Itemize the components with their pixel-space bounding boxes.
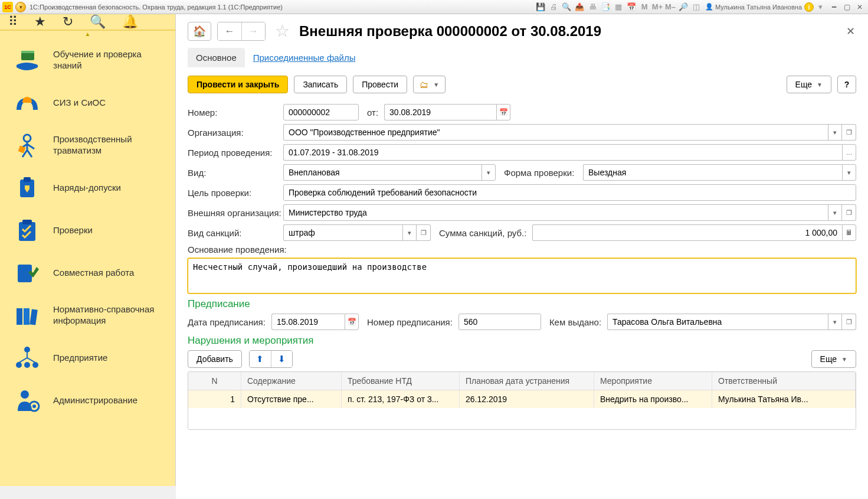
related-button[interactable]: 🗂▼ xyxy=(413,76,446,93)
sidebar-item-permits[interactable]: Наряды-допуски xyxy=(0,167,175,209)
write-button[interactable]: Записать xyxy=(294,76,347,93)
sidebar-item-reference[interactable]: Нормативно-справочная информация xyxy=(0,294,175,337)
sidebar-item-enterprise[interactable]: Предприятие xyxy=(0,337,175,379)
label-period: Период проведения: xyxy=(188,148,283,158)
apps-grid-icon[interactable]: ⠿ xyxy=(8,14,18,30)
sidebar-item-training[interactable]: Обучение и проверка знаний xyxy=(0,39,175,81)
quick-access-bar: ⠿ ★ ↻ 🔍 🔔 xyxy=(0,14,176,31)
label-order-no: Номер предписания: xyxy=(367,317,453,327)
org-icon xyxy=(12,345,42,371)
org-dropdown-icon[interactable]: ▾ xyxy=(828,124,842,141)
label-org: Организация: xyxy=(188,128,283,138)
calculator-icon[interactable] xyxy=(842,224,856,241)
sidebar-item-collab[interactable]: Совместная работа xyxy=(0,252,175,294)
kind-dropdown-icon[interactable]: ▾ xyxy=(482,164,496,181)
sanction-kind-input[interactable] xyxy=(283,224,402,241)
extorg-dropdown-icon[interactable]: ▾ xyxy=(828,204,842,221)
nav-forward-button[interactable]: → xyxy=(241,22,265,40)
org-input[interactable] xyxy=(283,124,828,141)
post-button[interactable]: Провести xyxy=(353,76,407,93)
memory-mplus-icon[interactable]: M+ xyxy=(651,2,663,12)
history-icon[interactable]: ↻ xyxy=(63,14,73,30)
attach-print-icon[interactable]: 🖶 xyxy=(587,2,598,12)
panels-icon[interactable]: ◫ xyxy=(690,2,702,12)
form-input[interactable] xyxy=(583,164,842,181)
number-input[interactable] xyxy=(283,104,359,120)
attach-up-icon[interactable]: 📤 xyxy=(574,2,585,12)
calendar-icon[interactable]: 📅 xyxy=(625,2,637,12)
row-move-down-button[interactable]: ⬇ xyxy=(271,351,292,367)
period-picker-icon[interactable] xyxy=(842,144,856,161)
tab-files[interactable]: Присоединенные файлы xyxy=(245,48,364,67)
table-row[interactable]: 1 Отсутствие пре... п. ст. 213, 197-ФЗ о… xyxy=(188,390,856,408)
col-req-header[interactable]: Требование НТД xyxy=(342,372,460,390)
checks-icon xyxy=(12,217,42,243)
svg-point-12 xyxy=(24,347,30,353)
favorite-toggle-icon[interactable]: ☆ xyxy=(275,21,290,41)
org-open-icon[interactable]: ❐ xyxy=(842,124,856,141)
print-icon[interactable]: 🖨 xyxy=(548,2,559,12)
col-content-header[interactable]: Содержание xyxy=(241,372,342,390)
col-date-header[interactable]: Плановая дата устранения xyxy=(460,372,594,390)
dropdown-icon[interactable]: ▾ xyxy=(814,2,826,12)
cell-req: п. ст. 213, 197-ФЗ от 3... xyxy=(342,390,460,408)
row-move-up-button[interactable]: ⬆ xyxy=(250,351,271,367)
more-menu-button[interactable]: Еще ▼ xyxy=(787,76,831,93)
issued-by-dropdown-icon[interactable]: ▾ xyxy=(828,314,842,330)
maximize-button[interactable]: ▢ xyxy=(841,2,853,12)
sidebar-item-admin[interactable]: Администрирование xyxy=(0,379,175,422)
zoom-icon[interactable]: 🔎 xyxy=(677,2,689,12)
form-dropdown-icon[interactable]: ▾ xyxy=(842,164,856,181)
sidebar-item-siz[interactable]: СИЗ и СиОС xyxy=(0,81,175,124)
table-more-button[interactable]: Еще ▼ xyxy=(811,350,856,368)
app-menu-button[interactable]: ▾ xyxy=(15,2,26,12)
memory-mminus-icon[interactable]: M– xyxy=(664,2,676,12)
extorg-input[interactable] xyxy=(283,204,828,221)
date-input[interactable] xyxy=(384,104,496,120)
training-icon xyxy=(12,47,42,73)
current-user[interactable]: 👤 Мулькина Татьяна Ивановна xyxy=(703,3,804,11)
sidebar-item-checks[interactable]: Проверки xyxy=(0,209,175,252)
more-label: Еще xyxy=(795,80,813,89)
current-user-name: Мулькина Татьяна Ивановна xyxy=(715,4,802,11)
calendar-picker-icon[interactable] xyxy=(496,104,510,120)
extorg-open-icon[interactable]: ❐ xyxy=(842,204,856,221)
compare-icon[interactable]: 📑 xyxy=(600,2,611,12)
order-no-input[interactable] xyxy=(458,314,541,330)
home-button[interactable]: 🏠 xyxy=(188,22,211,41)
grid-icon[interactable]: ▦ xyxy=(612,2,624,12)
order-date-picker-icon[interactable] xyxy=(345,314,359,330)
col-measure-header[interactable]: Мероприятие xyxy=(594,372,712,390)
kind-input[interactable] xyxy=(283,164,482,181)
post-and-close-button[interactable]: Провести и закрыть xyxy=(188,76,288,93)
save-icon[interactable]: 💾 xyxy=(535,2,546,12)
close-tab-button[interactable]: ✕ xyxy=(843,25,859,38)
goal-input[interactable] xyxy=(283,184,856,201)
sidebar-collapse-up[interactable]: ▲ xyxy=(0,31,175,39)
info-icon[interactable]: i xyxy=(804,2,814,12)
chevron-down-icon: ▼ xyxy=(841,356,847,363)
sanction-kind-dropdown-icon[interactable]: ▾ xyxy=(402,224,417,241)
basis-textarea[interactable] xyxy=(188,258,856,293)
period-input[interactable] xyxy=(283,144,842,161)
user-icon: 👤 xyxy=(705,3,713,11)
order-date-input[interactable] xyxy=(271,314,345,330)
sidebar-item-injury[interactable]: Производственный травматизм xyxy=(0,124,175,167)
help-button[interactable]: ? xyxy=(837,76,856,93)
col-resp-header[interactable]: Ответственный xyxy=(712,372,856,390)
sanction-kind-open-icon[interactable]: ❐ xyxy=(417,224,431,241)
minimize-button[interactable]: ━ xyxy=(828,2,840,12)
favorites-star-icon[interactable]: ★ xyxy=(34,14,46,30)
add-row-button[interactable]: Добавить xyxy=(188,350,242,368)
issued-by-input[interactable] xyxy=(607,314,828,330)
issued-by-open-icon[interactable]: ❐ xyxy=(842,314,856,330)
col-n-header[interactable]: N xyxy=(188,372,241,390)
search-icon[interactable]: 🔍 xyxy=(90,14,106,30)
notifications-bell-icon[interactable]: 🔔 xyxy=(122,14,138,30)
memory-m-icon[interactable]: M xyxy=(638,2,650,12)
preview-icon[interactable]: 🔍 xyxy=(561,2,572,12)
sanction-sum-input[interactable] xyxy=(532,224,842,241)
tab-main[interactable]: Основное xyxy=(188,48,245,67)
nav-back-button[interactable]: ← xyxy=(218,22,241,40)
close-window-button[interactable]: ✕ xyxy=(854,2,866,12)
